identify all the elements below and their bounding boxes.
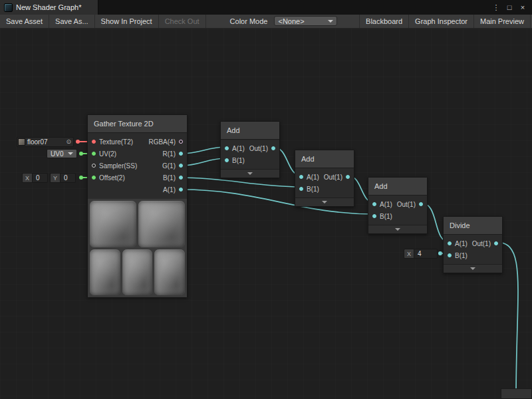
port-dot-g[interactable] xyxy=(179,164,183,168)
divide-b-field: X 4 xyxy=(404,249,438,259)
port-out[interactable]: Out(1) xyxy=(472,237,502,249)
port-g-out[interactable]: G(1) xyxy=(148,160,187,172)
port-dot-out[interactable] xyxy=(494,241,498,245)
node-add-2[interactable]: Add A(1) B(1) Out(1) xyxy=(295,150,354,207)
uv-channel-dropdown[interactable]: UV0 xyxy=(47,149,77,158)
port-label: Offset(2) xyxy=(99,174,125,182)
collapse-bar[interactable] xyxy=(221,169,279,178)
port-dot-b[interactable] xyxy=(372,214,376,218)
texture-object-field[interactable]: floor07 ⊙ xyxy=(17,137,74,147)
port-dot-b[interactable] xyxy=(448,253,452,257)
dropdown-caret-icon xyxy=(328,20,333,23)
preview-tile xyxy=(138,201,185,247)
window-menu-icon[interactable]: ⋮ xyxy=(491,3,501,12)
port-label: A(1) xyxy=(163,186,176,194)
check-out-button: Check Out xyxy=(159,15,206,28)
port-a-in[interactable]: A(1) xyxy=(368,198,392,210)
port-dot-sampler[interactable] xyxy=(92,164,96,168)
port-dot-a[interactable] xyxy=(448,241,452,245)
port-dot-r[interactable] xyxy=(179,152,183,156)
x4-stub-dot[interactable] xyxy=(438,251,442,255)
offset-vector-field: X 0 Y 0 xyxy=(22,173,76,183)
close-icon[interactable]: × xyxy=(517,3,528,11)
port-out[interactable]: Out(1) xyxy=(324,171,354,183)
port-label: B(1) xyxy=(163,174,176,182)
node-divide[interactable]: Divide A(1) B(1) Out(1) xyxy=(443,216,503,273)
object-picker-icon[interactable]: ⊙ xyxy=(66,139,71,145)
port-b-in[interactable]: B(1) xyxy=(368,210,392,222)
save-asset-button[interactable]: Save Asset xyxy=(0,15,49,28)
port-rgba-out[interactable]: RGBA(4) xyxy=(148,136,187,148)
tab-new-shader-graph[interactable]: New Shader Graph* xyxy=(0,0,98,15)
chevron-down-icon xyxy=(322,201,327,203)
port-texture-in[interactable]: Texture(T2) xyxy=(88,136,137,148)
port-dot-a[interactable] xyxy=(372,202,376,206)
node-title: Add xyxy=(295,150,354,168)
port-dot-a[interactable] xyxy=(299,175,303,179)
offset-y-input[interactable]: 0 xyxy=(60,173,76,183)
collapse-bar[interactable] xyxy=(295,198,354,206)
port-sampler-in[interactable]: Sampler(SS) xyxy=(88,160,137,172)
port-b-in[interactable]: B(1) xyxy=(295,183,319,195)
port-dot-rgba[interactable] xyxy=(179,140,183,144)
port-a-in[interactable]: A(1) xyxy=(295,171,319,183)
main-preview-toggle-button[interactable]: Main Preview xyxy=(473,15,531,28)
port-label: B(1) xyxy=(307,186,319,193)
port-dot-out[interactable] xyxy=(346,175,350,179)
preview-tile xyxy=(154,249,185,296)
port-b-in[interactable]: B(1) xyxy=(444,249,467,261)
port-dot-b[interactable] xyxy=(225,158,229,162)
node-gather-texture-2d[interactable]: Gather Texture 2D Texture(T2) UV(2) Samp… xyxy=(87,114,188,297)
port-dot-out[interactable] xyxy=(419,202,423,206)
node-title: Gather Texture 2D xyxy=(88,115,187,133)
port-dot-a[interactable] xyxy=(179,188,183,192)
node-preview-texture xyxy=(88,199,187,297)
divide-b-input[interactable]: 4 xyxy=(414,249,438,259)
port-dot-b[interactable] xyxy=(179,176,183,180)
collapse-bar[interactable] xyxy=(368,225,427,233)
texture-field-value: floor07 xyxy=(27,138,48,146)
offscreen-node-edge[interactable] xyxy=(501,388,532,399)
port-b-out[interactable]: B(1) xyxy=(148,172,187,184)
port-label: A(1) xyxy=(455,240,467,247)
offset-x-label: X xyxy=(22,173,32,183)
port-dot-offset[interactable] xyxy=(92,176,96,180)
texture-stub-dot[interactable] xyxy=(76,140,80,144)
color-mode-label: Color Mode xyxy=(225,15,273,28)
graph-inspector-toggle-button[interactable]: Graph Inspector xyxy=(408,15,473,28)
collapse-bar[interactable] xyxy=(444,264,502,273)
maximize-icon[interactable]: □ xyxy=(504,3,515,11)
port-label: R(1) xyxy=(163,150,176,158)
color-mode-value: <None> xyxy=(278,17,304,25)
port-uv-in[interactable]: UV(2) xyxy=(88,148,137,160)
port-label: Sampler(SS) xyxy=(99,162,137,170)
save-as-button[interactable]: Save As... xyxy=(49,15,95,28)
wire-b-to-add2-b xyxy=(181,178,301,187)
preview-tile xyxy=(122,249,153,296)
blackboard-toggle-button[interactable]: Blackboard xyxy=(359,15,408,28)
offset-stub-dot[interactable] xyxy=(79,176,83,180)
port-r-out[interactable]: R(1) xyxy=(148,148,187,160)
port-a-in[interactable]: A(1) xyxy=(221,142,245,154)
port-out[interactable]: Out(1) xyxy=(397,198,427,210)
show-in-project-button[interactable]: Show In Project xyxy=(95,15,159,28)
offset-x-input[interactable]: 0 xyxy=(32,173,48,183)
port-dot-out[interactable] xyxy=(271,146,275,150)
shader-graph-icon xyxy=(4,3,13,12)
node-add-1[interactable]: Add A(1) B(1) Out(1) xyxy=(220,121,280,178)
color-mode-dropdown[interactable]: <None> xyxy=(274,16,337,26)
port-dot-uv[interactable] xyxy=(92,152,96,156)
port-dot-b[interactable] xyxy=(299,187,303,191)
port-dot-texture[interactable] xyxy=(92,140,96,144)
uv-stub-dot[interactable] xyxy=(79,152,83,156)
port-offset-in[interactable]: Offset(2) xyxy=(88,172,137,184)
port-label: Out(1) xyxy=(472,240,491,247)
port-a-out[interactable]: A(1) xyxy=(148,184,187,196)
node-add-3[interactable]: Add A(1) B(1) Out(1) xyxy=(368,177,428,234)
port-out[interactable]: Out(1) xyxy=(249,142,279,154)
port-dot-a[interactable] xyxy=(225,146,229,150)
gather-input-ports: Texture(T2) UV(2) Sampler(SS) Offset(2) xyxy=(88,136,137,196)
graph-canvas[interactable]: Gather Texture 2D Texture(T2) UV(2) Samp… xyxy=(0,29,532,399)
port-b-in[interactable]: B(1) xyxy=(221,154,245,166)
port-a-in[interactable]: A(1) xyxy=(444,237,467,249)
